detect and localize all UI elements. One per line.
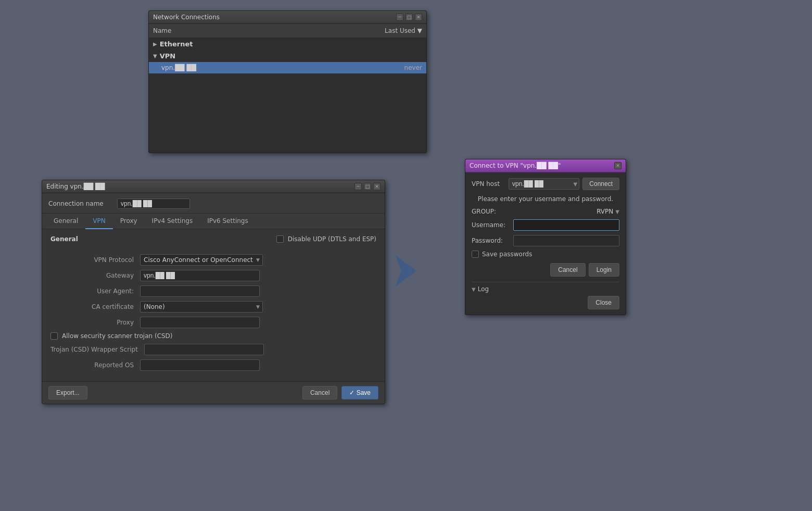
vpn-item-name: vpn.██ ██: [161, 64, 196, 71]
ethernet-group-label: Ethernet: [160, 40, 193, 48]
disable-udp-checkbox[interactable]: [276, 235, 284, 243]
gateway-input[interactable]: [140, 270, 260, 281]
please-enter-text: Please enter your username and password.: [472, 195, 619, 203]
titlebar-controls: ─ □ ✕: [396, 14, 422, 21]
vpn-host-input-wrapper: ▼: [509, 178, 579, 190]
group-row: GROUP: RVPN ▼: [472, 208, 619, 215]
log-toggle[interactable]: ▼ Log: [472, 285, 619, 293]
save-button[interactable]: ✓ Save: [341, 386, 378, 400]
user-agent-row: User Agent:: [50, 285, 376, 297]
tab-ipv6[interactable]: IPv6 Settings: [200, 214, 256, 229]
reported-os-label: Reported OS: [50, 362, 134, 369]
connection-name-row: Connection name: [42, 193, 385, 214]
connect-vpn-title: Connect to VPN "vpn.██ ██": [470, 162, 561, 169]
vpn-group-label: VPN: [160, 52, 175, 60]
vpn-host-dropdown-icon[interactable]: ▼: [574, 181, 578, 187]
close-button[interactable]: ✕: [415, 14, 422, 21]
vpn-cancel-button[interactable]: Cancel: [550, 263, 585, 277]
security-scanner-checkbox[interactable]: [50, 332, 58, 340]
maximize-button[interactable]: □: [405, 14, 413, 21]
save-passwords-row: Save passwords: [472, 251, 619, 258]
general-section-header: General: [50, 235, 78, 243]
proxy-label: Proxy: [50, 319, 134, 326]
tabs-bar: General VPN Proxy IPv4 Settings IPv6 Set…: [42, 214, 385, 229]
editing-minimize-button[interactable]: ─: [354, 183, 362, 190]
ca-cert-select[interactable]: (None): [140, 301, 263, 313]
editing-footer: Export... Cancel ✓ Save: [42, 381, 385, 404]
ethernet-arrow-icon: ▶: [153, 41, 157, 47]
tab-general[interactable]: General: [46, 214, 85, 229]
ca-cert-select-wrapper: (None): [140, 301, 263, 313]
username-label: Username:: [472, 221, 513, 229]
proxy-row: Proxy: [50, 317, 376, 328]
trojan-label: Trojan (CSD) Wrapper Script: [50, 346, 138, 353]
connection-name-input[interactable]: [117, 198, 190, 209]
nc-name-col: Name: [153, 27, 171, 34]
minimize-button[interactable]: ─: [396, 14, 403, 21]
save-passwords-label: Save passwords: [482, 251, 532, 258]
svg-marker-0: [396, 255, 416, 286]
nc-content: ▶ Ethernet ▼ VPN vpn.██ ██ never: [149, 38, 426, 153]
cancel-button[interactable]: Cancel: [302, 386, 337, 400]
security-scanner-row: Allow security scanner trojan (CSD): [50, 332, 376, 340]
close-row: Close: [472, 296, 619, 309]
network-connections-window: Network Connections ─ □ ✕ Name Last Used…: [148, 10, 427, 153]
gateway-row: Gateway: [50, 270, 376, 281]
disable-udp-row: Disable UDP (DTLS and ESP): [276, 235, 376, 243]
editing-vpn-window: Editing vpn.██ ██ ─ □ ✕ Connection name …: [42, 180, 385, 404]
trojan-row: Trojan (CSD) Wrapper Script: [50, 344, 376, 355]
close-button[interactable]: Close: [588, 296, 619, 309]
vpn-host-label: VPN host: [472, 180, 505, 188]
ca-cert-label: CA certificate: [50, 303, 134, 310]
connect-vpn-close[interactable]: ✕: [614, 162, 621, 169]
editing-maximize-button[interactable]: □: [364, 183, 371, 190]
connect-vpn-body: VPN host ▼ Connect Please enter your use…: [465, 172, 626, 315]
editing-titlebar: Editing vpn.██ ██ ─ □ ✕: [42, 180, 385, 193]
disable-udp-label: Disable UDP (DTLS and ESP): [288, 235, 376, 243]
vpn-action-row: Cancel Login: [472, 263, 619, 277]
export-button[interactable]: Export...: [48, 386, 87, 400]
trojan-input[interactable]: [144, 344, 264, 355]
editing-titlebar-controls: ─ □ ✕: [354, 183, 380, 190]
vpn-protocol-select[interactable]: Cisco AnyConnect or OpenConnect: [140, 254, 263, 266]
connection-name-label: Connection name: [48, 200, 111, 207]
tab-vpn[interactable]: VPN: [85, 214, 112, 229]
nc-lastused-col[interactable]: Last Used ▼: [385, 27, 422, 34]
group-dropdown-icon[interactable]: ▼: [615, 209, 619, 215]
connect-button[interactable]: Connect: [582, 178, 619, 190]
tab-proxy[interactable]: Proxy: [113, 214, 145, 229]
password-input[interactable]: [513, 235, 619, 246]
vpn-login-button[interactable]: Login: [589, 263, 619, 277]
password-label: Password:: [472, 237, 513, 244]
ethernet-group[interactable]: ▶ Ethernet: [149, 38, 426, 50]
user-agent-input[interactable]: [140, 285, 260, 297]
editing-title: Editing vpn.██ ██: [46, 183, 105, 190]
vpn-arrow-icon: ▼: [153, 53, 157, 59]
editing-close-button[interactable]: ✕: [373, 183, 380, 190]
ca-cert-row: CA certificate (None): [50, 301, 376, 313]
log-section: ▼ Log: [472, 282, 619, 293]
reported-os-input[interactable]: [140, 359, 260, 371]
connect-vpn-controls: ✕: [614, 162, 621, 169]
tab-ipv4[interactable]: IPv4 Settings: [145, 214, 200, 229]
connect-vpn-titlebar: Connect to VPN "vpn.██ ██" ✕: [465, 159, 626, 172]
password-row: Password:: [472, 235, 619, 246]
vpn-tab-content: General Disable UDP (DTLS and ESP) VPN P…: [42, 229, 385, 381]
group-label: GROUP:: [472, 208, 513, 215]
log-arrow-icon: ▼: [472, 286, 476, 292]
save-passwords-checkbox[interactable]: [472, 251, 479, 258]
vpn-protocol-value: Cisco AnyConnect or OpenConnect: [144, 256, 253, 264]
vpn-host-row: VPN host ▼ Connect: [472, 178, 619, 190]
vpn-host-input[interactable]: [509, 178, 579, 190]
reported-os-row: Reported OS: [50, 359, 376, 371]
vpn-item-row[interactable]: vpn.██ ██ never: [149, 62, 426, 73]
vpn-protocol-row: VPN Protocol Cisco AnyConnect or OpenCon…: [50, 254, 376, 266]
username-input[interactable]: [513, 219, 619, 231]
footer-right-buttons: Cancel ✓ Save: [302, 386, 378, 400]
vpn-item-lastused: never: [404, 64, 422, 71]
vpn-group[interactable]: ▼ VPN: [149, 50, 426, 62]
user-agent-label: User Agent:: [50, 288, 134, 295]
security-scanner-label: Allow security scanner trojan (CSD): [62, 332, 173, 340]
proxy-input[interactable]: [140, 317, 260, 328]
username-row: Username:: [472, 219, 619, 231]
